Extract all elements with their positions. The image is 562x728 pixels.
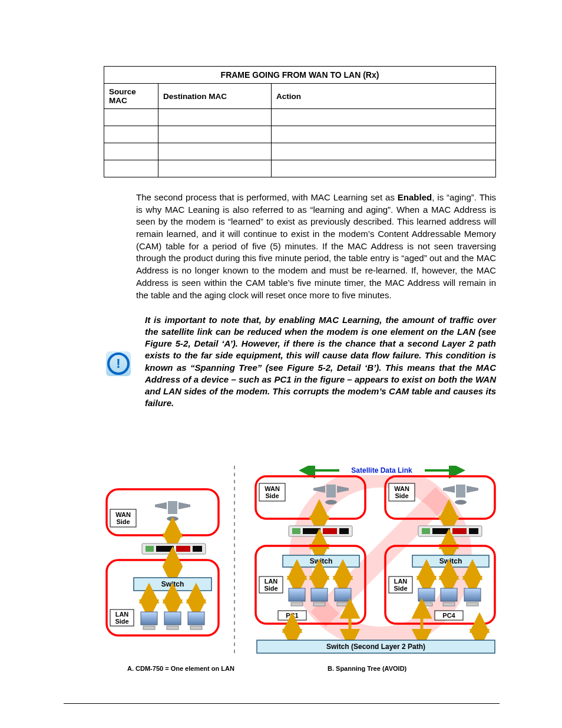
pc1-label: PC1 bbox=[286, 612, 298, 619]
paragraph-note: It is important to note that, by enablin… bbox=[145, 314, 496, 409]
th-destination-mac: Destination MAC bbox=[158, 84, 272, 109]
svg-rect-61 bbox=[337, 602, 349, 606]
th-source-mac: Source MAC bbox=[104, 84, 158, 109]
page: FRAME GOING FROM WAN TO LAN (Rx) Source … bbox=[0, 0, 562, 728]
svg-rect-45 bbox=[323, 528, 337, 534]
cell-src bbox=[104, 143, 158, 160]
content: FRAME GOING FROM WAN TO LAN (Rx) Source … bbox=[104, 66, 496, 409]
svg-text:WANSide: WANSide bbox=[115, 511, 131, 525]
svg-rect-46 bbox=[339, 528, 349, 534]
svg-rect-27 bbox=[143, 626, 155, 630]
table-row bbox=[104, 126, 496, 143]
svg-rect-13 bbox=[146, 546, 154, 552]
svg-rect-14 bbox=[156, 546, 174, 552]
svg-rect-30 bbox=[188, 612, 204, 625]
footer-rule bbox=[64, 703, 500, 704]
svg-point-10 bbox=[167, 516, 178, 521]
svg-text:Switch: Switch bbox=[310, 557, 333, 565]
svg-rect-74 bbox=[422, 528, 430, 534]
important-icon: ! bbox=[106, 351, 131, 376]
text-bold: Enabled bbox=[398, 192, 432, 202]
svg-rect-56 bbox=[289, 588, 305, 601]
caption-b: B. Spanning Tree (AVOID) bbox=[328, 665, 406, 672]
cell-dst bbox=[158, 109, 272, 126]
table-title: FRAME GOING FROM WAN TO LAN (Rx) bbox=[104, 67, 496, 84]
svg-marker-8 bbox=[155, 502, 167, 509]
svg-rect-92 bbox=[467, 602, 478, 606]
svg-text:Switch: Switch bbox=[439, 557, 462, 565]
svg-rect-75 bbox=[432, 528, 450, 534]
svg-rect-7 bbox=[168, 501, 177, 514]
svg-rect-87 bbox=[418, 588, 435, 601]
svg-rect-57 bbox=[291, 602, 303, 606]
svg-text:LANSide: LANSide bbox=[264, 578, 277, 592]
svg-text:LANSide: LANSide bbox=[115, 611, 128, 625]
svg-point-71 bbox=[455, 500, 467, 505]
svg-rect-90 bbox=[443, 602, 455, 606]
cell-src bbox=[104, 126, 158, 143]
svg-rect-44 bbox=[303, 528, 320, 534]
cell-dst bbox=[158, 160, 272, 177]
svg-rect-60 bbox=[335, 588, 351, 601]
svg-rect-15 bbox=[176, 546, 190, 552]
svg-rect-77 bbox=[469, 528, 478, 534]
cell-act bbox=[272, 109, 496, 126]
table-row bbox=[104, 109, 496, 126]
svg-text:WANSide: WANSide bbox=[265, 485, 280, 499]
svg-rect-31 bbox=[190, 626, 202, 630]
table-row bbox=[104, 160, 496, 177]
caption-a: A. CDM-750 = One element on LAN bbox=[127, 665, 234, 672]
text: , is “aging”. This is why MAC Leaning is… bbox=[136, 192, 496, 300]
figure-diagram: WANSide bbox=[104, 466, 496, 660]
svg-rect-29 bbox=[167, 626, 178, 630]
svg-text:WANSide: WANSide bbox=[394, 485, 409, 499]
th-action: Action bbox=[272, 84, 496, 109]
svg-marker-9 bbox=[178, 502, 190, 509]
svg-rect-59 bbox=[313, 602, 325, 606]
text: The second process that is performed, wi… bbox=[136, 192, 398, 202]
svg-rect-16 bbox=[193, 546, 202, 552]
svg-text:LANSide: LANSide bbox=[394, 578, 407, 592]
second-layer2-label: Switch (Second Layer 2 Path) bbox=[326, 643, 425, 651]
cell-dst bbox=[158, 126, 272, 143]
cell-dst bbox=[158, 143, 272, 160]
svg-rect-88 bbox=[421, 602, 432, 606]
svg-marker-69 bbox=[443, 486, 455, 493]
svg-rect-68 bbox=[456, 485, 465, 498]
svg-rect-58 bbox=[311, 588, 328, 601]
svg-rect-91 bbox=[464, 588, 481, 601]
svg-marker-70 bbox=[467, 486, 478, 493]
svg-text:Switch: Switch bbox=[161, 580, 184, 588]
svg-rect-26 bbox=[141, 612, 157, 625]
svg-rect-43 bbox=[292, 528, 300, 534]
satellite-link-label: Satellite Data Link bbox=[351, 466, 412, 475]
svg-rect-28 bbox=[164, 612, 181, 625]
svg-point-40 bbox=[325, 500, 337, 505]
svg-rect-76 bbox=[452, 528, 467, 534]
cell-src bbox=[104, 160, 158, 177]
table-row bbox=[104, 143, 496, 160]
paragraph-aging: The second process that is performed, wi… bbox=[136, 192, 496, 301]
cell-act bbox=[272, 126, 496, 143]
cell-act bbox=[272, 143, 496, 160]
pc4-label: PC4 bbox=[442, 612, 455, 619]
cell-src bbox=[104, 109, 158, 126]
svg-rect-89 bbox=[441, 588, 457, 601]
cell-act bbox=[272, 160, 496, 177]
frame-table: FRAME GOING FROM WAN TO LAN (Rx) Source … bbox=[104, 66, 496, 177]
svg-rect-37 bbox=[326, 485, 336, 498]
